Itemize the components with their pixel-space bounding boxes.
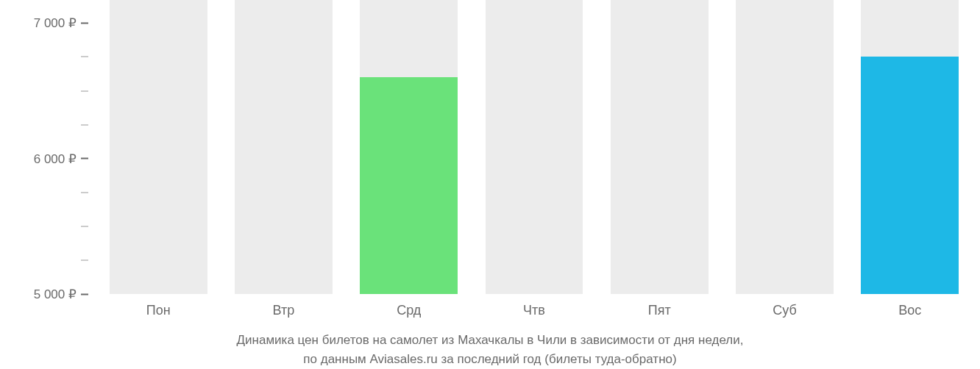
chart-caption: Динамика цен билетов на самолет из Махач…	[0, 331, 980, 368]
y-tick-mark	[81, 293, 88, 295]
y-tick: 5 000 ₽	[34, 287, 88, 302]
y-tick-label: 5 000 ₽	[34, 287, 77, 302]
y-minor-tick	[81, 90, 88, 91]
y-minor-tick	[81, 57, 88, 57]
price-bar	[486, 0, 583, 294]
caption-line-2: по данным Aviasales.ru за последний год …	[0, 350, 980, 369]
price-bar	[736, 0, 834, 294]
bar-wrapper	[347, 0, 472, 294]
price-bar	[611, 0, 709, 294]
y-tick-mark	[81, 22, 88, 24]
x-axis-label: Вос	[848, 294, 973, 323]
bar-value-segment	[360, 77, 458, 294]
y-minor-tick	[81, 124, 88, 125]
y-axis: 5 000 ₽6 000 ₽7 000 ₽	[0, 0, 96, 294]
bar-wrapper	[597, 0, 722, 294]
bar-wrapper	[722, 0, 847, 294]
bar-wrapper	[96, 0, 221, 294]
price-bar	[110, 0, 207, 294]
plot-area	[96, 0, 973, 294]
price-bar	[235, 0, 333, 294]
price-bar	[360, 0, 458, 294]
bar-wrapper	[472, 0, 597, 294]
price-bar	[861, 0, 959, 294]
bar-value-segment	[861, 57, 959, 294]
bar-wrapper	[848, 0, 973, 294]
x-axis-label: Пят	[597, 294, 722, 323]
caption-line-1: Динамика цен билетов на самолет из Махач…	[0, 331, 980, 350]
x-axis-label: Срд	[347, 294, 472, 323]
y-minor-tick	[81, 259, 88, 260]
bars-area	[96, 0, 973, 294]
y-minor-tick	[81, 226, 88, 226]
y-tick: 7 000 ₽	[34, 15, 88, 31]
x-axis: ПонВтрСрдЧтвПятСубВос	[96, 294, 973, 323]
x-axis-label: Втр	[221, 294, 346, 323]
y-tick-label: 6 000 ₽	[34, 151, 77, 166]
x-axis-label: Суб	[722, 294, 847, 323]
price-chart: 5 000 ₽6 000 ₽7 000 ₽ ПонВтрСрдЧтвПятСуб…	[0, 0, 980, 369]
x-axis-label: Чтв	[472, 294, 597, 323]
x-axis-label: Пон	[96, 294, 221, 323]
bar-bg-segment	[360, 0, 458, 77]
y-tick: 6 000 ₽	[34, 151, 88, 166]
y-tick-mark	[81, 158, 88, 160]
bar-bg-segment	[861, 0, 959, 57]
y-tick-label: 7 000 ₽	[34, 15, 77, 31]
y-minor-tick	[81, 192, 88, 193]
bar-wrapper	[221, 0, 346, 294]
